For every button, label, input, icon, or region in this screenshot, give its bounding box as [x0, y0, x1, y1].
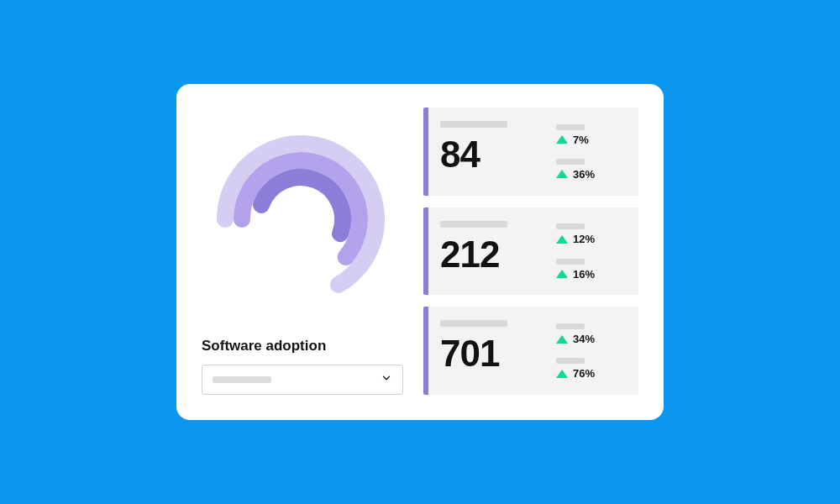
metric-value: 84	[440, 136, 544, 173]
metric-label-placeholder	[440, 221, 507, 228]
metric-value: 701	[440, 335, 544, 372]
mini-stat: 7%	[556, 124, 627, 146]
metric-value: 212	[440, 236, 544, 273]
metric-card: 701 34% 76%	[423, 307, 638, 395]
metrics-panel: 84 7% 36%	[423, 108, 638, 395]
trend-up-icon	[556, 370, 568, 378]
mini-stat: 34%	[556, 323, 627, 345]
metric-card: 212 12% 16%	[423, 207, 638, 296]
mini-stat: 16%	[556, 259, 627, 281]
metric-deltas: 34% 76%	[556, 318, 627, 383]
section-title: Software adoption	[202, 338, 403, 354]
left-panel: Software adoption	[202, 108, 403, 395]
metric-main: 84	[440, 119, 544, 184]
metric-card: 84 7% 36%	[423, 108, 638, 196]
trend-up-icon	[556, 235, 568, 244]
trend-up-icon	[556, 335, 568, 344]
mini-stat-value: 34%	[573, 333, 595, 345]
mini-stat-placeholder	[556, 323, 585, 329]
metric-main: 212	[440, 219, 544, 284]
filter-dropdown[interactable]	[202, 365, 403, 395]
trend-up-icon	[556, 135, 568, 144]
radial-chart	[202, 108, 403, 331]
metric-deltas: 12% 16%	[556, 219, 627, 284]
metric-label-placeholder	[440, 121, 507, 128]
trend-up-icon	[556, 270, 568, 278]
mini-stat-placeholder	[556, 223, 585, 229]
dashboard-card: Software adoption 84 7%	[176, 84, 664, 420]
mini-stat-value: 16%	[573, 268, 595, 281]
dropdown-placeholder	[213, 376, 271, 383]
metric-main: 701	[440, 318, 544, 383]
mini-stat: 36%	[556, 159, 627, 181]
trend-up-icon	[556, 170, 568, 178]
chevron-down-icon	[381, 372, 392, 387]
mini-stat: 12%	[556, 223, 627, 245]
mini-stat-value: 76%	[573, 367, 595, 380]
mini-stat-placeholder	[556, 159, 585, 165]
mini-stat-placeholder	[556, 358, 585, 364]
metric-deltas: 7% 36%	[556, 119, 627, 184]
mini-stat-value: 7%	[573, 134, 589, 146]
mini-stat-value: 12%	[573, 233, 595, 245]
mini-stat-placeholder	[556, 124, 585, 130]
mini-stat-value: 36%	[573, 168, 595, 181]
metric-label-placeholder	[440, 320, 507, 327]
mini-stat-placeholder	[556, 259, 585, 265]
mini-stat: 76%	[556, 358, 627, 380]
